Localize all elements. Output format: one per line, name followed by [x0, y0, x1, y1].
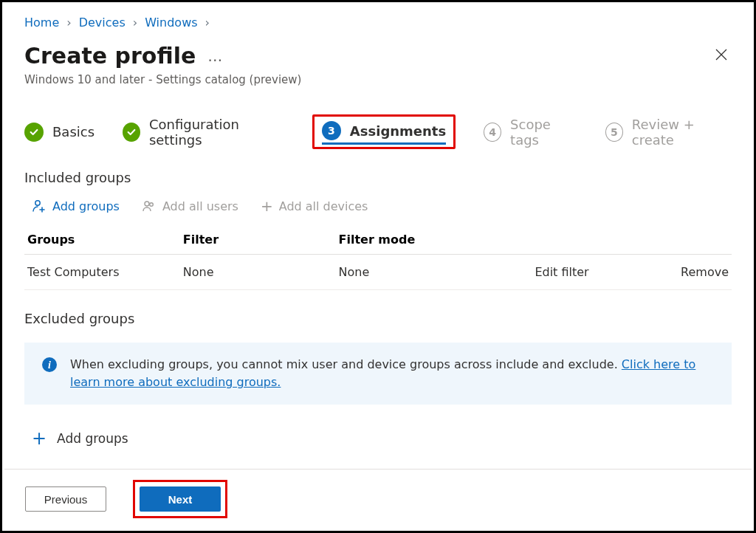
wizard-step-label: Scope tags: [510, 117, 577, 148]
chevron-right-icon: ›: [66, 16, 71, 30]
cell-group: Test Computers: [24, 255, 180, 290]
wizard-step-label: Assignments: [350, 123, 446, 139]
wizard-step-assignments[interactable]: 3 Assignments: [322, 121, 446, 140]
wizard-step-label: Basics: [52, 124, 94, 140]
wizard-step-scope-tags[interactable]: 4 Scope tags: [484, 117, 577, 148]
more-options-icon[interactable]: …: [207, 47, 224, 65]
add-excluded-groups-button[interactable]: + Add groups: [24, 430, 732, 447]
wizard-step-label: Configuration settings: [149, 117, 284, 148]
close-icon[interactable]: [711, 44, 732, 68]
included-groups-heading: Included groups: [24, 170, 732, 185]
action-label: Add groups: [57, 431, 128, 446]
wizard-footer: Previous Next: [4, 469, 752, 529]
breadcrumb-home[interactable]: Home: [24, 16, 59, 30]
svg-point-0: [35, 201, 40, 205]
people-icon: [142, 199, 157, 213]
step-number-icon: 5: [605, 123, 623, 142]
col-filter: Filter: [180, 225, 336, 255]
page-title: Create profile: [24, 43, 196, 69]
edit-filter-link[interactable]: Edit filter: [491, 255, 633, 290]
add-all-devices-button[interactable]: + Add all devices: [261, 199, 368, 213]
excluded-groups-heading: Excluded groups: [24, 311, 732, 326]
action-label: Add all devices: [279, 199, 368, 213]
wizard-step-label: Review + create: [632, 117, 732, 148]
svg-point-2: [150, 203, 154, 207]
breadcrumb-windows[interactable]: Windows: [145, 16, 197, 30]
info-text: When excluding groups, you cannot mix us…: [70, 357, 622, 371]
wizard-step-review-create[interactable]: 5 Review + create: [605, 117, 732, 148]
action-label: Add groups: [52, 199, 120, 213]
chevron-right-icon: ›: [205, 16, 210, 30]
checkmark-icon: [24, 123, 44, 142]
chevron-right-icon: ›: [133, 16, 137, 30]
wizard-steps: Basics Configuration settings 3 Assignme…: [24, 114, 732, 149]
cell-filter: None: [180, 255, 336, 290]
step-number-icon: 4: [484, 123, 501, 142]
highlight-annotation: 3 Assignments: [312, 114, 456, 149]
checkmark-icon: [123, 123, 140, 142]
col-groups: Groups: [24, 225, 180, 255]
breadcrumb-devices[interactable]: Devices: [79, 16, 126, 30]
wizard-step-basics[interactable]: Basics: [24, 123, 94, 142]
breadcrumb: Home › Devices › Windows ›: [24, 16, 732, 30]
remove-link[interactable]: Remove: [633, 255, 732, 290]
table-row: Test Computers None None Edit filter Rem…: [24, 255, 732, 290]
plus-icon: +: [32, 430, 47, 447]
step-number-icon: 3: [322, 121, 341, 140]
info-icon: i: [42, 357, 57, 372]
info-box: i When excluding groups, you cannot mix …: [24, 343, 732, 405]
page-subtitle: Windows 10 and later - Settings catalog …: [24, 73, 732, 86]
next-button[interactable]: Next: [140, 486, 221, 512]
highlight-annotation: Next: [133, 480, 227, 518]
action-label: Add all users: [162, 199, 238, 213]
add-all-users-button[interactable]: Add all users: [142, 199, 238, 213]
add-groups-button[interactable]: Add groups: [32, 199, 120, 213]
included-groups-table: Groups Filter Filter mode Test Computers…: [24, 225, 732, 290]
wizard-step-configuration-settings[interactable]: Configuration settings: [123, 117, 284, 148]
person-add-icon: [32, 199, 47, 213]
col-filter-mode: Filter mode: [336, 225, 492, 255]
cell-filter-mode: None: [336, 255, 492, 290]
previous-button[interactable]: Previous: [25, 486, 106, 512]
plus-icon: +: [261, 199, 273, 213]
svg-point-1: [145, 202, 149, 206]
